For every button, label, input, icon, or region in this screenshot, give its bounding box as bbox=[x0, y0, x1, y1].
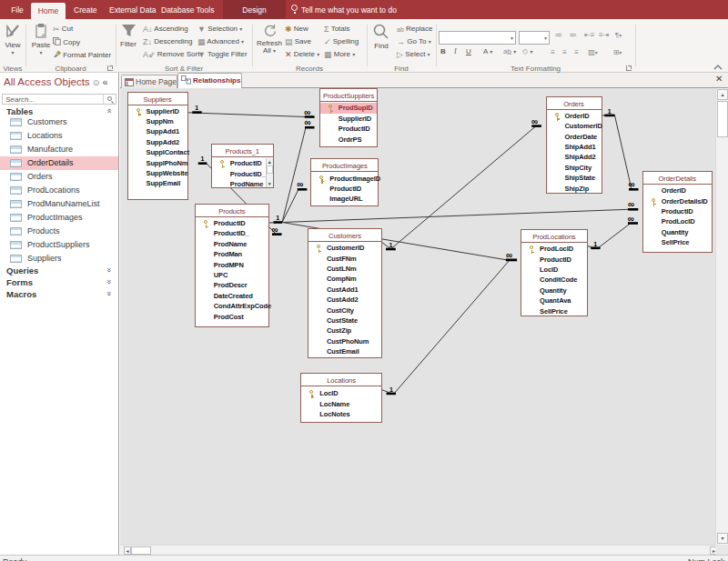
svg-text:∞: ∞ bbox=[628, 199, 634, 209]
svg-text:∞: ∞ bbox=[305, 117, 311, 127]
svg-text:1: 1 bbox=[200, 155, 204, 162]
svg-text:∞: ∞ bbox=[629, 179, 635, 189]
svg-text:∞: ∞ bbox=[628, 214, 634, 224]
svg-text:∞: ∞ bbox=[531, 116, 538, 126]
svg-text:1: 1 bbox=[276, 215, 279, 221]
svg-text:∞: ∞ bbox=[506, 250, 512, 260]
svg-text:1: 1 bbox=[195, 105, 198, 111]
svg-text:∞: ∞ bbox=[272, 225, 278, 235]
svg-text:1: 1 bbox=[389, 242, 393, 248]
svg-text:1: 1 bbox=[608, 108, 612, 115]
svg-text:∞: ∞ bbox=[304, 107, 310, 117]
svg-text:1: 1 bbox=[593, 241, 597, 247]
svg-text:1: 1 bbox=[389, 386, 393, 393]
svg-text:∞: ∞ bbox=[297, 179, 303, 189]
